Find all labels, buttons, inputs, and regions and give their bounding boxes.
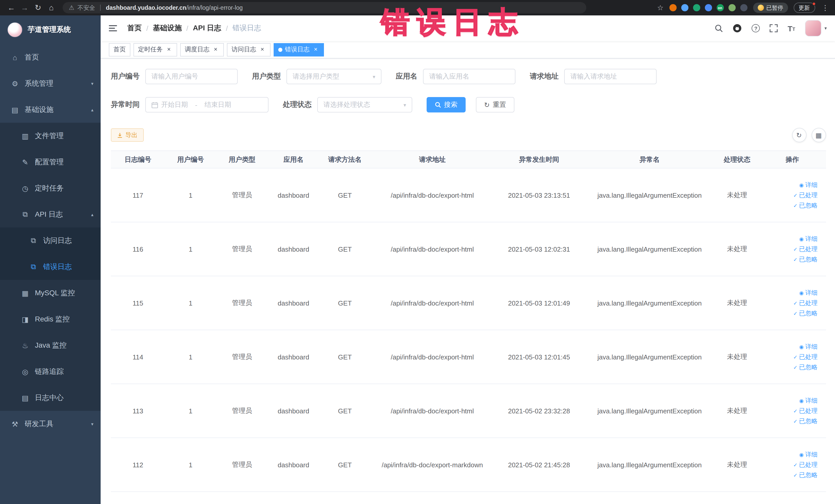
back-icon[interactable]: ←	[5, 2, 18, 14]
column-header[interactable]: 异常名	[584, 151, 715, 168]
paused-badge[interactable]: 已暂停	[753, 3, 788, 13]
app-logo[interactable]: 芋道管理系统	[0, 15, 101, 44]
column-header[interactable]: 处理状态	[715, 151, 759, 168]
tab-error-log[interactable]: 错误日志×	[273, 43, 324, 56]
action-detail-link[interactable]: ◉详细	[799, 396, 817, 405]
action-label: 已处理	[799, 406, 817, 415]
search-icon[interactable]	[715, 24, 723, 32]
sidebar-item-dev-tools[interactable]: ⚒研发工具▾	[0, 411, 101, 437]
refresh-table-button[interactable]: ↻	[792, 128, 806, 142]
column-header[interactable]: 操作	[759, 151, 826, 168]
exception-time-range-picker[interactable]: 开始日期 - 结束日期	[145, 97, 268, 113]
actions-group: ◉详细✓已处理✓已忽略	[761, 288, 824, 318]
action-detail-link[interactable]: ◉详细	[799, 342, 817, 351]
action-detail-link[interactable]: ◉详细	[799, 288, 817, 297]
column-header[interactable]: 请求地址	[371, 151, 494, 168]
breadcrumb-item[interactable]: 首页	[127, 24, 142, 33]
action-processed-link[interactable]: ✓已处理	[793, 191, 817, 200]
action-label: 已忽略	[799, 255, 817, 264]
reset-button[interactable]: ↻ 重置	[476, 97, 514, 113]
search-button[interactable]: 搜索	[427, 97, 466, 113]
action-ignored-link[interactable]: ✓已忽略	[793, 417, 817, 425]
tab-home[interactable]: 首页	[109, 43, 130, 56]
action-processed-link[interactable]: ✓已处理	[793, 406, 817, 415]
action-label: 详细	[805, 235, 817, 243]
fullscreen-icon[interactable]	[770, 24, 778, 32]
action-detail-link[interactable]: ◉详细	[799, 181, 817, 189]
sidebar-item-access-log[interactable]: ⧉访问日志	[0, 227, 101, 254]
sidebar-item-api-log[interactable]: ⧉API 日志▴	[0, 201, 101, 227]
action-ignored-link[interactable]: ✓已忽略	[793, 363, 817, 371]
app-name-input[interactable]: 请输入应用名	[423, 69, 515, 84]
action-ignored-link[interactable]: ✓已忽略	[793, 201, 817, 210]
close-tab-icon[interactable]: ×	[312, 46, 319, 53]
action-processed-link[interactable]: ✓已处理	[793, 245, 817, 254]
tab-job-log[interactable]: 调度日志×	[180, 43, 224, 56]
breadcrumb-item[interactable]: API 日志	[193, 24, 221, 33]
request-url-input[interactable]: 请输入请求地址	[564, 69, 657, 84]
action-processed-link[interactable]: ✓已处理	[793, 460, 817, 469]
close-tab-icon[interactable]: ×	[259, 46, 266, 53]
bookmark-star-icon[interactable]: ☆	[657, 4, 664, 12]
sidebar-item-config-mgmt[interactable]: ✎配置管理	[0, 149, 101, 175]
app-name-cell: dashboard	[268, 222, 319, 276]
sidebar-item-infrastructure[interactable]: ▤基础设施▴	[0, 97, 101, 123]
tab-access-log[interactable]: 访问日志×	[227, 43, 270, 56]
action-ignored-link[interactable]: ✓已忽略	[793, 309, 817, 318]
tab-scheduled-jobs[interactable]: 定时任务×	[134, 43, 177, 56]
sidebar-item-trace[interactable]: ◎链路追踪	[0, 358, 101, 385]
column-header[interactable]: 日志编号	[111, 151, 165, 168]
close-tab-icon[interactable]: ×	[212, 46, 219, 53]
extension-on-badge[interactable]: on	[716, 4, 724, 11]
action-ignored-link[interactable]: ✓已忽略	[793, 471, 817, 479]
omnibox-divider	[100, 5, 101, 11]
column-header[interactable]: 用户编号	[165, 151, 216, 168]
sidebar-item-home[interactable]: ⌂首页	[0, 44, 101, 70]
sidebar-item-scheduled-jobs[interactable]: ◷定时任务	[0, 175, 101, 201]
sidebar-item-java-monitor[interactable]: ♨Java 监控	[0, 332, 101, 358]
user-id-input[interactable]: 请输入用户编号	[145, 69, 238, 84]
reset-button-label: 重置	[493, 100, 506, 109]
browser-menu-icon[interactable]: ⋮	[821, 4, 830, 12]
hamburger-icon[interactable]	[109, 23, 119, 33]
sidebar-item-redis-monitor[interactable]: ◨Redis 监控	[0, 306, 101, 332]
breadcrumb-item[interactable]: 错误日志	[232, 24, 261, 33]
font-size-icon[interactable]: TT	[788, 24, 795, 32]
forward-icon[interactable]: →	[19, 2, 31, 14]
close-tab-icon[interactable]: ×	[165, 46, 172, 53]
update-button[interactable]: 更新	[793, 3, 815, 13]
breadcrumb: 首页/基础设施/API 日志/错误日志	[127, 24, 261, 33]
action-processed-link[interactable]: ✓已处理	[793, 352, 817, 361]
export-button[interactable]: 导出	[111, 128, 144, 142]
process-status-select[interactable]: 请选择处理状态 ▾	[317, 97, 412, 113]
column-header[interactable]: 用户类型	[217, 151, 268, 168]
help-icon[interactable]: ?	[752, 24, 760, 32]
user-type-select[interactable]: 请选择用户类型 ▾	[286, 69, 382, 84]
action-detail-link[interactable]: ◉详细	[799, 450, 817, 459]
action-ignored-link[interactable]: ✓已忽略	[793, 255, 817, 264]
extension-water-drop[interactable]	[681, 4, 688, 11]
sidebar-item-error-log[interactable]: ⧉错误日志	[0, 254, 101, 280]
sidebar-item-system-mgmt[interactable]: ⚙系统管理▾	[0, 70, 101, 97]
column-header[interactable]: 请求方法名	[319, 151, 370, 168]
table-row: 1131管理员dashboardGET/api/infra/db-doc/exp…	[111, 384, 826, 438]
column-header[interactable]: 应用名	[268, 151, 319, 168]
breadcrumb-item[interactable]: 基础设施	[153, 24, 182, 33]
column-header[interactable]: 异常发生时间	[494, 151, 584, 168]
extension-dark-puzzle[interactable]	[740, 4, 747, 11]
column-settings-button[interactable]: ▦	[811, 128, 826, 142]
sidebar-item-mysql-monitor[interactable]: ▦MySQL 监控	[0, 280, 101, 306]
reload-icon[interactable]: ↻	[32, 2, 44, 14]
user-avatar-menu[interactable]: ▾	[805, 20, 827, 37]
sidebar-item-log-center[interactable]: ▤日志中心	[0, 385, 101, 411]
extension-leaf[interactable]	[728, 4, 735, 11]
address-bar[interactable]: ⚠ 不安全 dashboard.yudao.iocoder.cn/infra/l…	[63, 2, 586, 13]
extension-green-circle[interactable]	[693, 4, 700, 11]
sidebar-item-file-mgmt[interactable]: ▥文件管理	[0, 123, 101, 149]
extension-orange-circle[interactable]	[669, 4, 676, 11]
action-detail-link[interactable]: ◉详细	[799, 235, 817, 243]
browser-home-icon[interactable]: ⌂	[45, 2, 58, 14]
github-icon[interactable]	[733, 24, 742, 33]
extension-blue-grid[interactable]	[705, 4, 712, 11]
action-processed-link[interactable]: ✓已处理	[793, 299, 817, 307]
